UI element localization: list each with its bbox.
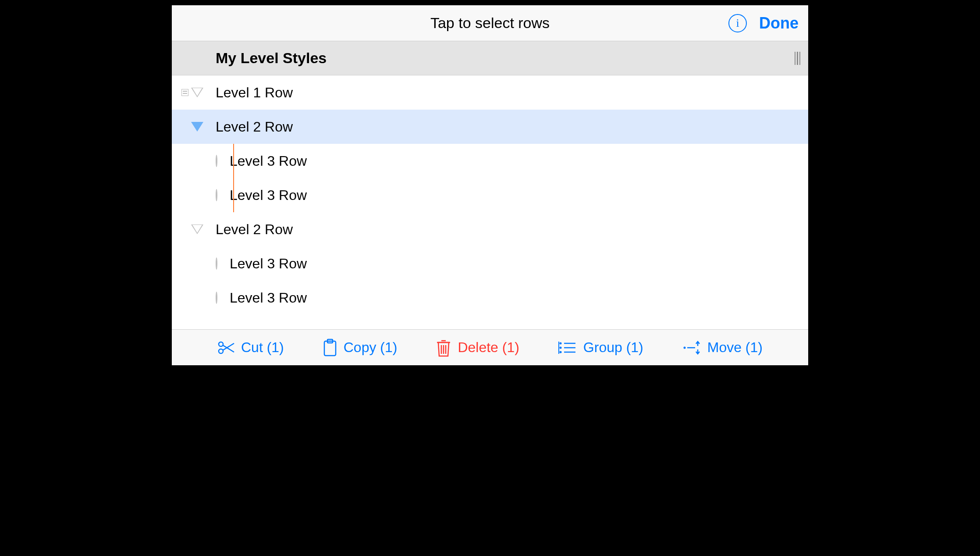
svg-point-0	[219, 342, 223, 346]
row-label: Level 3 Row	[230, 153, 307, 169]
svg-point-13	[559, 351, 561, 353]
svg-line-2	[223, 345, 234, 352]
insertion-cursor	[233, 178, 234, 212]
cut-label: Cut (1)	[241, 339, 284, 356]
group-icon	[558, 340, 577, 356]
disclosure-triangle-icon[interactable]	[191, 225, 203, 234]
move-label: Move (1)	[707, 339, 763, 356]
row-label: Level 2 Row	[216, 119, 293, 135]
bullet-icon[interactable]	[216, 292, 217, 304]
outline-row[interactable]: Level 3 Row	[172, 246, 808, 281]
bullet-icon[interactable]	[216, 257, 217, 270]
outline-row[interactable]: Level 2 Row	[172, 110, 808, 144]
svg-point-1	[219, 349, 223, 353]
cut-button[interactable]: Cut (1)	[217, 339, 284, 356]
section-header: My Level Styles	[172, 41, 808, 75]
scissors-icon	[217, 340, 235, 355]
svg-point-11	[559, 342, 561, 344]
outline-row[interactable]: Level 2 Row	[172, 212, 808, 246]
outline-content[interactable]: Level 1 Row Level 2 Row Level 3 Row Leve…	[172, 75, 808, 329]
note-icon	[181, 89, 188, 96]
disclosure-triangle-icon[interactable]	[191, 88, 203, 97]
topbar-title: Tap to select rows	[172, 14, 808, 32]
move-button[interactable]: Move (1)	[682, 339, 763, 356]
svg-point-17	[683, 346, 685, 349]
done-button[interactable]: Done	[759, 14, 799, 32]
copy-button[interactable]: Copy (1)	[323, 339, 398, 357]
row-label: Level 3 Row	[230, 187, 307, 203]
row-handle[interactable]	[172, 88, 216, 97]
top-bar: Tap to select rows i Done	[172, 5, 808, 41]
clipboard-icon	[323, 339, 337, 357]
outline-row[interactable]: Level 3 Row	[172, 281, 808, 315]
group-button[interactable]: Group (1)	[558, 339, 643, 356]
row-label: Level 1 Row	[216, 85, 293, 101]
row-handle[interactable]	[172, 225, 216, 234]
row-handle[interactable]	[172, 189, 230, 201]
copy-label: Copy (1)	[344, 339, 398, 356]
delete-label: Delete (1)	[458, 339, 519, 356]
trash-icon	[436, 338, 451, 357]
row-label: Level 3 Row	[230, 256, 307, 272]
disclosure-triangle-icon[interactable]	[191, 122, 203, 132]
row-handle[interactable]	[172, 155, 230, 167]
insertion-cursor	[233, 144, 234, 178]
topbar-right: i Done	[728, 14, 799, 32]
bullet-icon[interactable]	[216, 155, 217, 167]
outline-row[interactable]: Level 3 Row	[172, 144, 808, 178]
app-window: Tap to select rows i Done My Level Style…	[167, 0, 813, 371]
svg-point-12	[559, 346, 561, 349]
delete-button[interactable]: Delete (1)	[436, 338, 519, 357]
row-handle[interactable]	[172, 122, 216, 132]
row-handle[interactable]	[172, 292, 230, 304]
drag-handle-icon[interactable]	[795, 52, 801, 65]
outline-row[interactable]: Level 3 Row	[172, 178, 808, 212]
move-icon	[682, 340, 701, 356]
bottom-toolbar: Cut (1) Copy (1)	[172, 329, 808, 365]
info-icon[interactable]: i	[728, 14, 747, 32]
group-label: Group (1)	[583, 339, 643, 356]
row-label: Level 2 Row	[216, 221, 293, 238]
outline-row[interactable]: Level 1 Row	[172, 75, 808, 110]
row-handle[interactable]	[172, 257, 230, 270]
row-label: Level 3 Row	[230, 290, 307, 306]
bullet-icon[interactable]	[216, 189, 217, 201]
svg-line-3	[223, 343, 234, 350]
section-title: My Level Styles	[216, 50, 327, 67]
